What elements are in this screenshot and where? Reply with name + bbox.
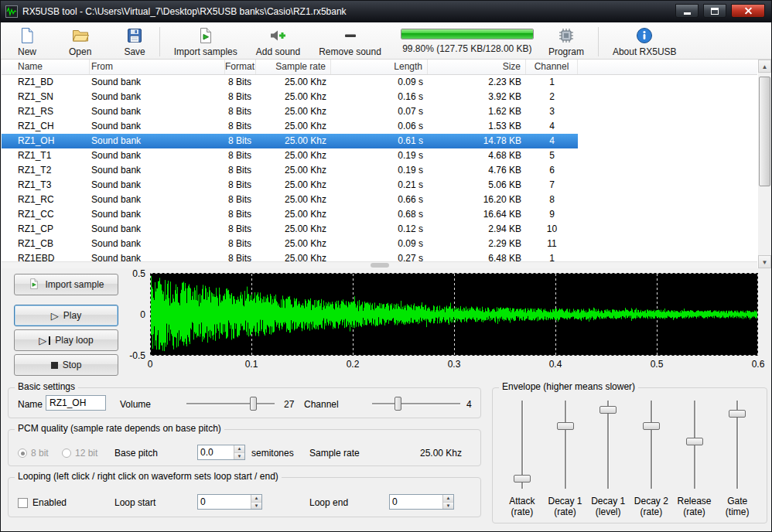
basic-settings-group: Basic settings Name Volume 27 Channel 4 [8, 387, 481, 418]
spinner-down-icon[interactable]: ▼ [443, 503, 453, 510]
table-cell: 4 [526, 119, 578, 134]
envelope-slider-label: Decay 1(level) [591, 496, 625, 517]
table-row[interactable]: RZ1_T3Sound bank8 Bits25.00 Khz0.21 s5.0… [2, 178, 578, 193]
envelope-slider-label: Decay 2(rate) [634, 496, 668, 517]
loop-start-spinner[interactable]: ▲ ▼ [197, 494, 262, 510]
table-cell: Sound bank [90, 134, 225, 148]
horizontal-scroll-thumb[interactable] [371, 263, 389, 268]
envelope-slider-label: Decay 1(rate) [548, 496, 582, 517]
spinner-down-icon[interactable]: ▼ [251, 503, 261, 510]
table-row[interactable]: RZ1_OHSound bank8 Bits25.00 Khz0.61 s14.… [2, 134, 578, 148]
envelope-slider-release-rate[interactable] [686, 401, 703, 489]
table-row[interactable]: RZ1_CBSound bank8 Bits25.00 Khz0.09 s2.2… [2, 237, 578, 251]
table-cell: 8 Bits [225, 134, 256, 148]
column-header-name[interactable]: Name [2, 60, 90, 74]
y-axis-tick: -0.5 [116, 350, 145, 361]
volume-slider[interactable] [186, 397, 275, 411]
base-pitch-spinner[interactable]: ▲ ▼ [197, 445, 245, 460]
scroll-down-button[interactable]: ▼ [758, 255, 771, 268]
remove-sound-button[interactable]: Remove sound [313, 26, 388, 57]
loop-end-input[interactable] [390, 495, 442, 509]
slider-thumb-release-rate[interactable] [686, 438, 703, 445]
horizontal-scrollbar[interactable] [2, 261, 757, 268]
envelope-slider-decay-1-level[interactable] [599, 401, 617, 489]
table-row[interactable]: RZ1_T2Sound bank8 Bits25.00 Khz0.19 s4.7… [2, 163, 578, 178]
spinner-up-icon[interactable]: ▲ [251, 495, 261, 503]
table-row[interactable]: RZ1_BDSound bank8 Bits25.00 Khz0.09 s2.2… [2, 75, 578, 90]
stop-button[interactable]: Stop [14, 354, 118, 376]
close-button[interactable] [731, 4, 765, 18]
column-header-channel[interactable]: Channel [526, 60, 578, 74]
import-samples-button[interactable]: Import samples [168, 26, 244, 57]
scroll-up-button[interactable]: ▲ [758, 60, 771, 73]
import-sample-button[interactable]: Import sample [14, 274, 118, 295]
column-header-length[interactable]: Length [331, 60, 428, 74]
slider-thumb-gate-time[interactable] [729, 410, 746, 418]
vertical-scroll-thumb[interactable] [759, 77, 770, 186]
maximize-button[interactable] [703, 4, 726, 18]
envelope-sliders: Attack(rate)Decay 1(rate)Decay 1(level)D… [500, 401, 759, 520]
play-loop-button[interactable]: ▷ Play loop [14, 329, 118, 351]
column-header-sample-rate[interactable]: Sample rate [256, 60, 331, 74]
column-header-from[interactable]: From [90, 60, 225, 74]
waveform-display[interactable] [150, 273, 758, 356]
radio-8bit[interactable] [18, 448, 27, 458]
table-row[interactable]: RZ1_RSSound bank8 Bits25.00 Khz0.07 s1.6… [2, 104, 578, 119]
open-folder-icon [71, 26, 90, 45]
envelope-slider-attack-rate[interactable] [514, 401, 531, 489]
table-row[interactable]: RZ1EBDSound bank8 Bits25.00 Khz0.27 s6.4… [2, 251, 578, 261]
import-sample-icon [28, 278, 40, 292]
program-button[interactable]: Program [542, 26, 590, 57]
envelope-slider-decay-2-rate[interactable] [643, 401, 660, 489]
table-cell: 7 [526, 178, 578, 193]
table-row[interactable]: RZ1_CPSound bank8 Bits25.00 Khz0.12 s2.9… [2, 222, 578, 237]
pcm-quality-group: PCM quality (sample rate depends on base… [8, 429, 481, 466]
column-header-size[interactable]: Size [428, 60, 526, 74]
table-row[interactable]: RZ1_T1Sound bank8 Bits25.00 Khz0.19 s4.6… [2, 148, 578, 163]
table-cell: 8 [526, 193, 578, 207]
envelope-slider-gate-time[interactable] [729, 401, 746, 489]
loop-start-input[interactable] [198, 495, 251, 509]
table-row[interactable]: RZ1_SNSound bank8 Bits25.00 Khz0.16 s3.9… [2, 90, 578, 104]
looping-title: Looping (left click / right click on wav… [15, 471, 282, 482]
spinner-arrows: ▲ ▼ [234, 445, 244, 459]
base-pitch-input[interactable] [198, 445, 234, 459]
channel-slider[interactable] [372, 397, 460, 411]
column-header-format[interactable]: Format [225, 60, 256, 74]
table-cell: 8 Bits [225, 193, 256, 207]
radio-12bit[interactable] [62, 448, 71, 458]
save-button[interactable]: Save [118, 26, 151, 57]
open-button[interactable]: Open [63, 26, 97, 57]
x-axis-tick: 0.3 [448, 359, 461, 370]
volume-slider-thumb[interactable] [250, 397, 257, 411]
table-cell: 8 Bits [225, 237, 256, 251]
sample-rate-value: 25.00 Khz [420, 448, 462, 459]
spinner-up-icon[interactable]: ▲ [234, 445, 244, 453]
sample-name-input[interactable] [46, 395, 106, 411]
play-button[interactable]: ▷ Play [14, 305, 118, 326]
about-button[interactable]: About RX5USB [606, 26, 683, 57]
table-row[interactable]: RZ1_CHSound bank8 Bits25.00 Khz0.06 s1.5… [2, 119, 578, 134]
table-cell: RZ1_CC [2, 207, 90, 222]
vertical-scrollbar[interactable]: ▲ ▼ [758, 60, 771, 268]
envelope-slider-label: Release(rate) [678, 496, 712, 517]
slider-thumb-decay-2-rate[interactable] [643, 422, 660, 430]
close-icon [743, 6, 753, 16]
minimize-button[interactable] [675, 4, 699, 18]
loop-enabled-checkbox[interactable] [18, 498, 28, 508]
loop-end-spinner[interactable]: ▲ ▼ [389, 494, 454, 510]
table-cell: 0.68 s [331, 207, 428, 222]
slider-thumb-attack-rate[interactable] [514, 475, 531, 483]
table-row[interactable]: RZ1_RCSound bank8 Bits25.00 Khz0.66 s16.… [2, 193, 578, 207]
envelope-slider-decay-1-rate[interactable] [557, 401, 574, 489]
spinner-down-icon[interactable]: ▼ [234, 453, 244, 460]
channel-slider-thumb[interactable] [395, 397, 401, 411]
slider-thumb-decay-1-rate[interactable] [557, 422, 574, 430]
slider-thumb-decay-1-level[interactable] [599, 406, 617, 414]
spinner-up-icon[interactable]: ▲ [443, 495, 453, 503]
title-bar[interactable]: RX5USB tool - C:\Users\Virtual_7\Desktop… [1, 1, 771, 22]
add-sound-button[interactable]: Add sound [250, 26, 306, 57]
table-row[interactable]: RZ1_CCSound bank8 Bits25.00 Khz0.68 s16.… [2, 207, 578, 222]
table-cell: Sound bank [90, 178, 225, 193]
new-button[interactable]: New [12, 26, 43, 57]
